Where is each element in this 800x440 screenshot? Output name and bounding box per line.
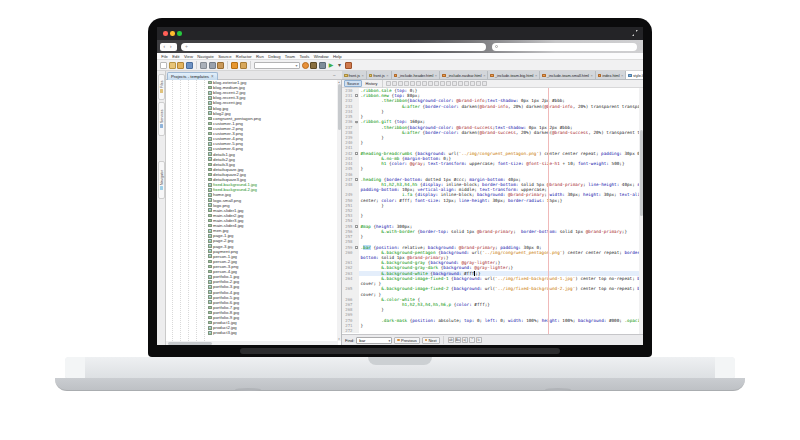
- menu-item-navigate[interactable]: Navigate: [195, 54, 216, 59]
- close-icon[interactable]: ×: [621, 73, 624, 78]
- sidebar-tab-services[interactable]: Services: [158, 102, 165, 136]
- previous-bookmark-icon[interactable]: [440, 81, 445, 86]
- save-all-icon[interactable]: [186, 62, 193, 69]
- close-icon[interactable]: ×: [386, 73, 389, 78]
- profiler-icon[interactable]: [345, 62, 352, 69]
- zoom-window-button[interactable]: [177, 31, 182, 36]
- paste-icon[interactable]: [217, 62, 224, 69]
- editor-tab[interactable]: front.js×: [342, 71, 367, 80]
- fold-collapse-icon[interactable]: −: [355, 178, 358, 181]
- fold-collapse-icon[interactable]: −: [355, 94, 358, 97]
- open-project-icon[interactable]: [177, 62, 184, 69]
- menu-item-help[interactable]: Help: [331, 54, 344, 59]
- replace-icon[interactable]: [416, 81, 421, 86]
- run-dropdown-icon[interactable]: ▾: [336, 62, 343, 69]
- fold-collapse-icon[interactable]: −: [355, 152, 358, 155]
- clean-build-icon[interactable]: [319, 62, 326, 69]
- sidebar-tab-files[interactable]: Files: [158, 74, 165, 100]
- scrollbar-thumb[interactable]: [168, 342, 212, 345]
- find-selection-icon[interactable]: [404, 81, 409, 86]
- minimize-window-button[interactable]: [170, 31, 175, 36]
- code-line[interactable]: 272: [342, 328, 643, 333]
- back-icon[interactable]: [392, 81, 397, 86]
- fullscreen-icon[interactable]: [632, 30, 638, 36]
- close-icon[interactable]: ×: [483, 73, 486, 78]
- close-icon[interactable]: ×: [211, 74, 214, 79]
- comment-icon[interactable]: [464, 81, 469, 86]
- redo-icon[interactable]: [240, 62, 247, 69]
- close-icon[interactable]: ×: [434, 73, 437, 78]
- shift-right-icon[interactable]: [458, 81, 463, 86]
- close-icon[interactable]: ×: [590, 73, 593, 78]
- menu-item-refactor[interactable]: Refactor: [234, 54, 254, 59]
- history-view-button[interactable]: History: [364, 81, 380, 86]
- menu-item-debug[interactable]: Debug: [266, 54, 283, 59]
- uncomment-icon[interactable]: [470, 81, 475, 86]
- configuration-combobox[interactable]: ▾: [254, 62, 300, 69]
- menu-item-source[interactable]: Source: [216, 54, 234, 59]
- editor-tab[interactable]: style.less×: [626, 71, 643, 80]
- editor-vertical-scrollbar[interactable]: [639, 88, 643, 334]
- search-input[interactable]: [492, 43, 637, 51]
- close-icon[interactable]: ×: [534, 73, 537, 78]
- menu-item-run[interactable]: Run: [254, 54, 266, 59]
- fold-collapse-icon[interactable]: −: [355, 121, 358, 124]
- source-view-button[interactable]: Source: [344, 80, 362, 87]
- new-file-icon[interactable]: [160, 62, 167, 69]
- scrollbar-thumb[interactable]: [640, 130, 643, 216]
- undo-icon[interactable]: [231, 62, 238, 69]
- menu-item-window[interactable]: Window: [311, 54, 330, 59]
- copy-icon[interactable]: [209, 62, 216, 69]
- tree-horizontal-scrollbar[interactable]: [166, 341, 338, 345]
- menu-item-file[interactable]: File: [159, 54, 170, 59]
- editor-tab[interactable]: _include-team-small.html×: [540, 71, 596, 80]
- close-icon[interactable]: ×: [361, 73, 364, 78]
- window-titlebar[interactable]: [157, 27, 643, 40]
- next-occurrence-icon[interactable]: [428, 81, 433, 86]
- projects-tab[interactable]: Projects - templates ×: [167, 72, 218, 80]
- editor-tab[interactable]: front.js×: [367, 71, 392, 80]
- wrap-search-icon[interactable]: ↻: [476, 337, 482, 343]
- back-forward-buttons[interactable]: ‹ ›: [160, 43, 177, 51]
- fold-collapse-icon[interactable]: −: [355, 225, 358, 228]
- run-project-icon[interactable]: ▶: [328, 62, 335, 69]
- scrollbar-thumb[interactable]: [338, 84, 341, 130]
- previous-occurrence-icon[interactable]: [422, 81, 427, 86]
- menu-item-edit[interactable]: Edit: [170, 54, 182, 59]
- shift-left-icon[interactable]: [452, 81, 457, 86]
- chevron-down-icon[interactable]: ▾: [389, 338, 391, 345]
- match-case-icon[interactable]: Aa: [455, 337, 461, 343]
- new-project-icon[interactable]: [169, 62, 176, 69]
- editor-tab[interactable]: index.html×: [596, 71, 627, 80]
- menu-item-view[interactable]: View: [182, 54, 195, 59]
- tree-vertical-scrollbar[interactable]: ▴ ▾: [337, 80, 341, 341]
- fold-collapse-icon[interactable]: −: [355, 246, 358, 249]
- cut-icon[interactable]: [200, 62, 207, 69]
- macro-stop-icon[interactable]: [482, 81, 487, 86]
- whole-words-icon[interactable]: a|: [462, 337, 468, 343]
- menu-item-team[interactable]: Team: [283, 54, 298, 59]
- toggle-highlight-icon[interactable]: [434, 81, 439, 86]
- forward-icon[interactable]: [398, 81, 403, 86]
- find-previous-button[interactable]: Previous: [394, 337, 419, 344]
- build-project-icon[interactable]: [310, 62, 317, 69]
- find-icon[interactable]: [410, 81, 415, 86]
- tree-item[interactable]: product3.jpg: [166, 330, 338, 335]
- menu-item-tools[interactable]: Tools: [297, 54, 311, 59]
- editor-tab[interactable]: _include-navbar.html×: [440, 71, 488, 80]
- highlight-results-icon[interactable]: ab: [448, 337, 454, 343]
- next-bookmark-icon[interactable]: [446, 81, 451, 86]
- close-window-button[interactable]: [163, 31, 168, 36]
- find-next-button[interactable]: Next: [422, 337, 440, 344]
- code-editor[interactable]: 230.ribbon.sale {top: 0;}231−.ribbon.new…: [342, 88, 643, 334]
- editor-tab[interactable]: _include-team-big.html×: [488, 71, 540, 80]
- minimize-panel-button[interactable]: −: [333, 73, 336, 78]
- last-edit-icon[interactable]: [386, 81, 391, 86]
- address-bar[interactable]: +: [181, 43, 486, 51]
- regex-icon[interactable]: .*: [469, 337, 475, 343]
- find-input[interactable]: bar ▾: [356, 337, 392, 344]
- sidebar-tab-navigator[interactable]: Navigator: [158, 161, 165, 199]
- editor-tab[interactable]: _include-header.html×: [392, 71, 441, 80]
- settings-icon[interactable]: [302, 62, 309, 69]
- macro-start-icon[interactable]: [476, 81, 481, 86]
